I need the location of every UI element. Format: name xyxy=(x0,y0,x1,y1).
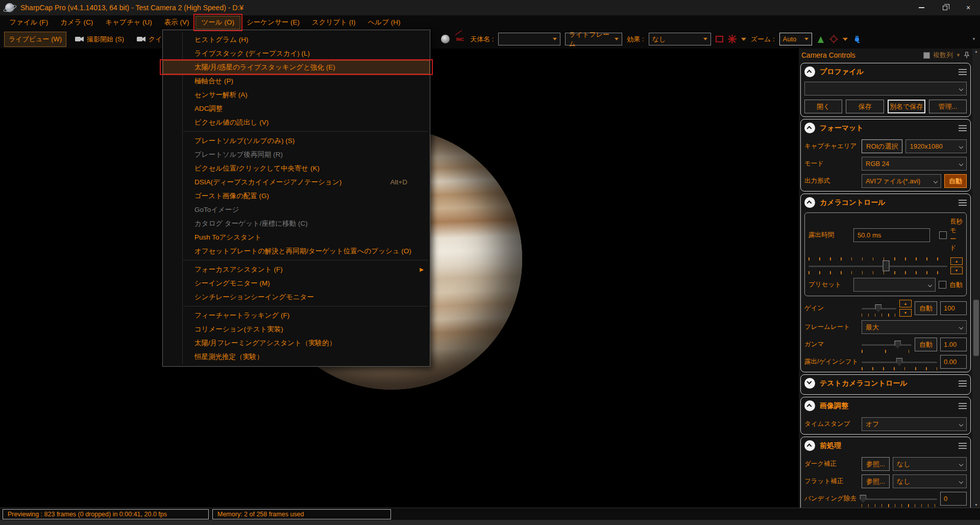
timestamp-select[interactable]: オフ xyxy=(862,417,967,431)
profile-open-button[interactable]: 開く xyxy=(804,100,842,113)
zoom-select[interactable]: Auto xyxy=(779,33,812,45)
menu-capture[interactable]: キャプチャ (U) xyxy=(99,16,158,29)
gamma-value[interactable]: 1.00 xyxy=(940,338,967,351)
target-name-select[interactable] xyxy=(498,33,560,45)
menu-help[interactable]: ヘルプ (H) xyxy=(362,16,407,29)
menu-item-focus-assistant[interactable]: フォーカスアシスタント (F) ▶ xyxy=(163,262,430,276)
live-view-button[interactable]: ライブビュー (W) xyxy=(4,32,66,47)
menu-item-plate-solve-resync[interactable]: プレートソルブ後再同期 (R) xyxy=(163,148,430,161)
preset-select[interactable] xyxy=(853,278,936,292)
section-menu-icon[interactable] xyxy=(959,443,967,449)
flat-browse-button[interactable]: 参照... xyxy=(862,474,890,488)
long-exposure-checkbox[interactable] xyxy=(939,231,947,239)
gamma-auto-button[interactable]: 自動 xyxy=(915,338,937,351)
section-menu-icon[interactable] xyxy=(959,380,967,387)
moon-icon[interactable] xyxy=(441,35,450,43)
spin-down-button[interactable]: ▼ xyxy=(950,267,963,274)
output-auto-button[interactable]: 自動 xyxy=(944,174,967,188)
section-menu-icon[interactable] xyxy=(959,200,967,206)
spin-up-button[interactable]: ▲ xyxy=(899,300,912,307)
spin-down-button[interactable]: ▼ xyxy=(899,309,912,317)
profile-save-as-button[interactable]: 別名で保存 xyxy=(888,100,925,113)
menu-item-histogram[interactable]: ヒストグラム (H) xyxy=(163,33,430,46)
plug-icon[interactable] xyxy=(852,35,862,44)
profile-manage-button[interactable]: 管理... xyxy=(929,100,967,113)
effects-select[interactable]: なし xyxy=(649,33,711,45)
menu-item-dsia[interactable]: DSIA(ディープスカイイメージアノテーション) Alt+D xyxy=(163,175,430,189)
menu-item-stellar-photometry[interactable]: 恒星測光推定（実験） xyxy=(163,350,430,364)
restore-button[interactable] xyxy=(933,0,957,15)
reticle-dropdown-icon[interactable] xyxy=(741,38,746,41)
scroll-down-icon[interactable]: ▼ xyxy=(972,503,980,507)
section-menu-icon[interactable] xyxy=(959,125,967,131)
minimize-button[interactable] xyxy=(910,0,933,15)
menu-item-catalog-goto[interactable]: カタログ ターゲット/座標に移動 (C) xyxy=(163,217,430,230)
histogram-icon[interactable] xyxy=(817,35,825,43)
exposure-input[interactable]: 50.0 ms xyxy=(853,228,930,242)
capture-area-select[interactable]: 1920x1080 xyxy=(905,139,967,153)
panel-dropdown-icon[interactable]: ▼ xyxy=(956,53,961,58)
shift-value[interactable]: 0.00 xyxy=(940,355,967,369)
exposure-slider-thumb[interactable] xyxy=(883,260,890,271)
menu-item-click-to-center[interactable]: ピクセル位置/クリックして中央寄せ (K) xyxy=(163,161,430,175)
capture-start-button[interactable]: 撮影開始 (S) xyxy=(71,32,128,46)
collapse-icon[interactable] xyxy=(804,440,815,451)
menu-item-scintillation-monitor[interactable]: シンチレーションシーイングモニター xyxy=(163,290,430,304)
scrollbar-thumb[interactable] xyxy=(973,300,979,356)
dark-select[interactable]: なし xyxy=(893,457,967,471)
profile-save-button[interactable]: 保存 xyxy=(846,100,884,113)
collapse-icon[interactable] xyxy=(804,123,815,133)
gamma-slider-thumb[interactable] xyxy=(894,341,901,349)
expand-icon[interactable] xyxy=(804,378,815,389)
roi-select-button[interactable]: ROIの選択 xyxy=(862,139,902,153)
dark-browse-button[interactable]: 参照... xyxy=(862,457,890,471)
menu-sequencer[interactable]: シーケンサー (E) xyxy=(240,16,306,29)
menu-view[interactable]: 表示 (V) xyxy=(158,16,195,29)
menu-tools[interactable]: ツール (O) xyxy=(195,16,240,29)
banding-slider[interactable] xyxy=(862,492,937,506)
shift-slider-thumb[interactable] xyxy=(896,358,903,366)
collapse-icon[interactable] xyxy=(804,66,815,77)
close-button[interactable]: × xyxy=(957,0,980,15)
section-menu-icon[interactable] xyxy=(959,403,967,409)
menu-file[interactable]: ファイル (F) xyxy=(3,16,54,29)
menu-item-sensor-analysis[interactable]: センサー解析 (A) xyxy=(163,88,430,102)
gear-icon[interactable] xyxy=(829,35,838,43)
framerate-select[interactable]: 最大 xyxy=(862,320,967,334)
pin-icon[interactable] xyxy=(964,52,970,59)
menu-item-framing-assistant[interactable]: 太陽/月フレーミングアシスタント（実験的） xyxy=(163,336,430,350)
collapse-icon[interactable] xyxy=(804,400,815,411)
menu-item-live-stack[interactable]: ライブスタック (ディープスカイ) (L) xyxy=(163,46,430,60)
profile-select[interactable] xyxy=(804,82,967,96)
image-viewport[interactable]: Camera Controls 複数列 ▼ プロファイル xyxy=(0,49,980,508)
menu-item-seeing-monitor[interactable]: シーイングモニター (M) xyxy=(163,276,430,290)
flat-select[interactable]: なし xyxy=(893,474,967,488)
menu-item-offset-plate-solve[interactable]: オフセットプレートの解決と再同期/ターゲット位置へのプッシュ (O) xyxy=(163,244,430,258)
menu-item-push-to-assistant[interactable]: Push Toアシスタント xyxy=(163,230,430,244)
selection-area-icon[interactable] xyxy=(716,36,723,42)
menu-item-feature-tracking[interactable]: フィーチャートラッキング (F) xyxy=(163,308,430,322)
exposure-gain-shift-slider[interactable] xyxy=(862,355,937,369)
menu-item-polar-align[interactable]: 極軸合せ (P) xyxy=(163,74,430,88)
gain-value[interactable]: 100 xyxy=(940,301,967,315)
menu-item-adc-adjust[interactable]: ADC調整 xyxy=(163,102,430,115)
mode-select[interactable]: RGB 24 xyxy=(862,157,967,171)
toolbar-overflow-button[interactable]: ▼ xyxy=(972,37,976,41)
menu-item-plate-solve[interactable]: プレートソルブ(ソルブのみ) (S) xyxy=(163,134,430,148)
panel-scrollbar[interactable]: ▲ ▼ xyxy=(972,49,980,508)
exposure-slider[interactable] xyxy=(808,259,947,273)
scroll-up-icon[interactable]: ▲ xyxy=(972,50,980,53)
gain-slider-thumb[interactable] xyxy=(875,304,881,313)
gain-auto-button[interactable]: 自動 xyxy=(915,301,937,315)
banding-slider-thumb[interactable] xyxy=(860,495,866,503)
output-format-select[interactable]: AVIファイル(*.avi) xyxy=(862,174,941,188)
menu-item-solar-planetary-live-stack[interactable]: 太陽/月/惑星のライブスタッキングと強化 (E) xyxy=(163,60,430,74)
banding-value[interactable]: 0 xyxy=(940,492,967,506)
menu-item-pixel-readout[interactable]: ピクセル値の読出し (V) xyxy=(163,115,430,129)
menu-item-goto-image[interactable]: GoToイメージ xyxy=(163,203,430,217)
inc-marker-icon[interactable]: INC xyxy=(454,37,465,42)
gain-slider[interactable] xyxy=(862,302,896,315)
reticle-icon[interactable] xyxy=(728,35,737,43)
menu-item-ghost-image[interactable]: ゴースト画像の配置 (G) xyxy=(163,189,430,203)
multi-column-checkbox[interactable] xyxy=(923,52,930,59)
